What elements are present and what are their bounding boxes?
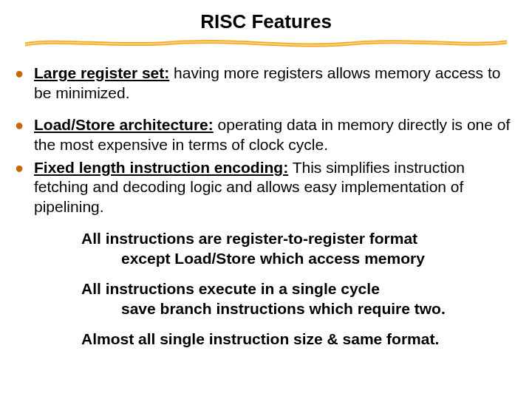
sub-line-indent: save branch instructions which require t… — [81, 299, 517, 319]
sub-line: All instructions are register-to-registe… — [81, 229, 517, 249]
bullet-text: Load/Store architecture: operating data … — [31, 115, 517, 155]
sub-note: Almost all single instruction size & sam… — [81, 330, 517, 349]
sub-note: All instructions are register-to-registe… — [81, 229, 517, 269]
title-underline — [25, 37, 507, 50]
sub-line: Almost all single instruction size & sam… — [81, 330, 517, 349]
content-area: ● Large register set: having more regist… — [15, 64, 517, 349]
slide: RISC Features ● Large register set: havi… — [0, 0, 532, 399]
bullet-text: Large register set: having more register… — [31, 64, 517, 103]
bullet-text: Fixed length instruction encoding: This … — [31, 158, 517, 218]
bullet-term: Large register set: — [34, 64, 169, 81]
bullet-item: ● Load/Store architecture: operating dat… — [15, 115, 517, 155]
page-title: RISC Features — [200, 10, 332, 33]
bullet-item: ● Large register set: having more regist… — [15, 64, 517, 103]
sub-line: All instructions execute in a single cyc… — [81, 279, 517, 299]
bullet-icon: ● — [15, 115, 31, 135]
bullet-icon: ● — [15, 158, 31, 178]
sub-line-indent: except Load/Store which access memory — [81, 249, 517, 269]
title-wrap: RISC Features — [0, 10, 532, 33]
bullet-icon: ● — [15, 64, 31, 83]
bullet-item: ● Fixed length instruction encoding: Thi… — [15, 158, 517, 218]
bullet-term: Load/Store architecture: — [34, 116, 214, 133]
bullet-term: Fixed length instruction encoding: — [34, 159, 288, 176]
sub-note: All instructions execute in a single cyc… — [81, 279, 517, 319]
